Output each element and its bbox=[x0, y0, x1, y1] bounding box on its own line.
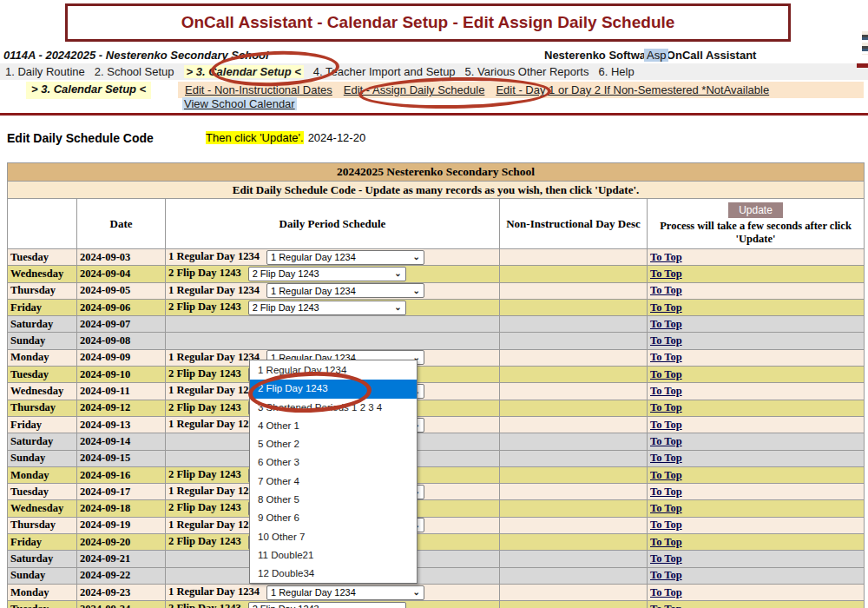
day-cell: Tuesday bbox=[8, 249, 77, 266]
non-instructional-cell bbox=[500, 383, 648, 400]
schedule-cell bbox=[166, 316, 500, 333]
table-row: Thursday 2024-09-19 1 Regular Day 12341 … bbox=[8, 517, 865, 533]
date-cell: 2024-09-10 bbox=[77, 367, 166, 383]
to-top-link[interactable]: To Top bbox=[650, 268, 682, 280]
menu-item-6[interactable]: 6. Help bbox=[598, 65, 634, 78]
schedule-cell: 2 Flip Day 12432 Flip Day 1243⌄ bbox=[166, 601, 500, 608]
schedule-cell: 2 Flip Day 12432 Flip Day 1243⌄ bbox=[166, 266, 500, 282]
to-top-link[interactable]: To Top bbox=[650, 536, 682, 548]
table-row: Monday 2024-09-16 2 Flip Day 12432 Flip … bbox=[8, 466, 865, 483]
non-instructional-cell bbox=[500, 567, 648, 584]
non-instructional-cell bbox=[500, 466, 648, 483]
non-instructional-cell bbox=[500, 517, 648, 533]
daily-period-select[interactable]: 2 Flip Day 1243⌄ bbox=[248, 267, 406, 281]
day-cell: Monday bbox=[8, 584, 77, 600]
table-row: Monday 2024-09-23 1 Regular Day 12341 Re… bbox=[8, 584, 865, 600]
to-top-cell: To Top bbox=[648, 466, 865, 483]
to-top-link[interactable]: To Top bbox=[650, 251, 682, 263]
to-top-link[interactable]: To Top bbox=[650, 351, 682, 363]
table-row: Tuesday 2024-09-17 1 Regular Day 12341 R… bbox=[8, 484, 865, 500]
table-row: Tuesday 2024-09-03 1 Regular Day 12341 R… bbox=[8, 249, 865, 266]
table-instruction-header: Edit Daily Schedule Code - Update as man… bbox=[8, 182, 865, 199]
daily-schedule-label: 2 Flip Day 1243 bbox=[168, 301, 241, 313]
to-top-link[interactable]: To Top bbox=[650, 519, 682, 531]
to-top-link[interactable]: To Top bbox=[650, 502, 682, 514]
dropdown-option[interactable]: 11 Double21 bbox=[250, 546, 417, 565]
date-cell: 2024-09-24 bbox=[77, 601, 166, 608]
daily-period-select[interactable]: 1 Regular Day 1234⌄ bbox=[266, 585, 424, 600]
daily-schedule-label: 1 Regular Day 1234 bbox=[168, 384, 260, 396]
table-row: Tuesday 2024-09-24 2 Flip Day 12432 Flip… bbox=[8, 601, 865, 608]
dropdown-option[interactable]: 9 Other 6 bbox=[250, 509, 417, 527]
non-instructional-cell bbox=[500, 249, 648, 266]
to-top-cell: To Top bbox=[648, 367, 865, 383]
day-cell: Tuesday bbox=[8, 601, 77, 608]
dropdown-option[interactable]: 5 Other 2 bbox=[250, 435, 417, 453]
schedule-cell-content: 2 Flip Day 12432 Flip Day 1243⌄ bbox=[168, 267, 406, 279]
day-cell: Wednesday bbox=[8, 266, 77, 282]
non-instructional-cell bbox=[500, 349, 648, 366]
to-top-link[interactable]: To Top bbox=[650, 284, 682, 296]
clipped-right-edge-icon bbox=[862, 31, 868, 55]
date-cell: 2024-09-21 bbox=[77, 551, 166, 567]
schedule-cell-content: 1 Regular Day 12341 Regular Day 1234⌄ bbox=[168, 250, 424, 262]
daily-period-select[interactable]: 1 Regular Day 1234⌄ bbox=[266, 283, 424, 298]
daily-period-select-value: 2 Flip Day 1243 bbox=[253, 268, 319, 279]
to-top-link[interactable]: To Top bbox=[650, 334, 682, 347]
dropdown-option[interactable]: 4 Other 1 bbox=[250, 417, 417, 435]
to-top-link[interactable]: To Top bbox=[650, 419, 682, 431]
non-instructional-cell bbox=[500, 416, 648, 433]
day-cell: Thursday bbox=[8, 282, 77, 299]
daily-period-select[interactable]: 2 Flip Day 1243⌄ bbox=[248, 301, 406, 315]
day-cell: Wednesday bbox=[8, 383, 77, 400]
to-top-link[interactable]: To Top bbox=[650, 401, 682, 413]
day-cell: Sunday bbox=[8, 450, 77, 466]
menu-item-5[interactable]: 5. Various Other Reports bbox=[465, 65, 589, 78]
update-note: Process will take a few seconds after cl… bbox=[650, 220, 861, 245]
to-top-link[interactable]: To Top bbox=[650, 586, 682, 598]
to-top-link[interactable]: To Top bbox=[650, 368, 682, 380]
date-cell: 2024-09-05 bbox=[77, 282, 166, 299]
to-top-link[interactable]: To Top bbox=[650, 435, 682, 447]
schedule-cell: 1 Regular Day 12341 Regular Day 1234⌄ bbox=[166, 249, 500, 266]
chevron-down-icon: ⌄ bbox=[413, 588, 420, 597]
day-cell: Friday bbox=[8, 299, 77, 315]
daily-schedule-label: 2 Flip Day 1243 bbox=[168, 401, 241, 413]
dropdown-option[interactable]: 6 Other 3 bbox=[250, 453, 417, 472]
non-instructional-cell bbox=[500, 299, 648, 315]
menu-item-1[interactable]: 1. Daily Routine bbox=[5, 65, 85, 78]
daily-period-select-value: 2 Flip Day 1243 bbox=[253, 302, 319, 313]
daily-schedule-label: 1 Regular Day 1234 bbox=[168, 250, 260, 262]
view-school-calendar-link[interactable]: View School Calendar bbox=[182, 97, 297, 110]
clipped-annotation-fragment bbox=[857, 63, 868, 68]
menu-item-2[interactable]: 2. School Setup bbox=[95, 65, 174, 78]
table-row: Sunday 2024-09-08 To Top bbox=[8, 333, 865, 349]
non-instructional-cell bbox=[500, 450, 648, 466]
update-button[interactable]: Update bbox=[728, 202, 783, 218]
date-cell: 2024-09-09 bbox=[77, 349, 166, 366]
to-top-cell: To Top bbox=[648, 534, 865, 551]
to-top-link[interactable]: To Top bbox=[650, 452, 682, 464]
to-top-link[interactable]: To Top bbox=[650, 301, 682, 314]
daily-period-select[interactable]: 2 Flip Day 1243⌄ bbox=[248, 602, 406, 608]
to-top-link[interactable]: To Top bbox=[650, 318, 682, 330]
to-top-cell: To Top bbox=[648, 551, 865, 567]
to-top-link[interactable]: To Top bbox=[650, 603, 682, 608]
dropdown-option[interactable]: 8 Other 5 bbox=[250, 491, 417, 509]
dropdown-option[interactable]: 12 Double34 bbox=[250, 565, 417, 583]
table-row: Sunday 2024-09-22 To Top bbox=[8, 567, 865, 584]
date-cell: 2024-09-11 bbox=[77, 383, 166, 400]
date-cell: 2024-09-06 bbox=[77, 299, 166, 315]
to-top-link[interactable]: To Top bbox=[650, 552, 682, 565]
daily-period-select[interactable]: 1 Regular Day 1234⌄ bbox=[266, 250, 424, 265]
to-top-link[interactable]: To Top bbox=[650, 469, 682, 481]
column-header-update: Update Process will take a few seconds a… bbox=[648, 199, 865, 249]
to-top-link[interactable]: To Top bbox=[650, 486, 682, 498]
dropdown-option[interactable]: 10 Other 7 bbox=[250, 528, 417, 546]
daily-schedule-label: 1 Regular Day 1234 bbox=[168, 585, 260, 598]
table-row: Wednesday 2024-09-18 2 Flip Day 12432 Fl… bbox=[8, 500, 865, 517]
to-top-cell: To Top bbox=[648, 282, 865, 299]
dropdown-option[interactable]: 7 Other 4 bbox=[250, 473, 417, 491]
to-top-link[interactable]: To Top bbox=[650, 569, 682, 581]
to-top-link[interactable]: To Top bbox=[650, 385, 682, 397]
